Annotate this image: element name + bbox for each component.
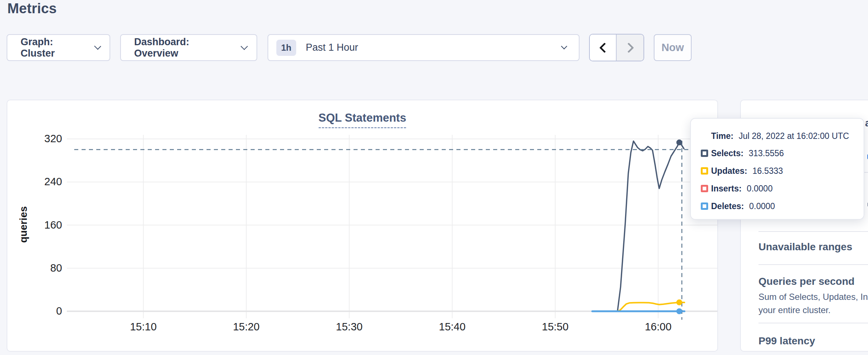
tooltip-series-label: Deletes: [711,201,744,211]
tooltip-time-row: Time: Jul 28, 2022 at 16:02:00 UTC [691,128,864,144]
sidebar-heading-p99-latency: P99 latency [758,335,815,347]
tooltip-series-value: 0.0000 [749,201,775,211]
divider [758,231,868,232]
tooltip-series-label: Inserts: [711,184,742,194]
tooltip-time-value: Jul 28, 2022 at 16:02:00 UTC [739,131,849,141]
sidebar-description-line: your entire cluster. [758,305,831,315]
sidebar-heading-unavailable-ranges: Unavailable ranges [758,241,852,253]
obscured-heading-fragment: a [865,117,868,129]
dashboard-dropdown[interactable]: Dashboard: Overview [120,34,257,61]
sidebar-heading-queries-per-second: Queries per second [758,276,854,287]
sql-statements-chart-card: SQL Statements queries 08016024032015:10… [7,100,718,352]
time-next-button[interactable] [617,35,643,61]
hover-dot-deletes [676,308,682,314]
sidebar-description-line: Sum of Selects, Updates, Inser [758,292,868,302]
tooltip-series-row: Selects: 313.5556 [691,144,864,162]
chevron-right-icon [623,42,634,53]
chevron-down-icon [94,43,101,50]
hover-dot-updates [676,300,682,305]
tooltip-series-row: Inserts: 0.0000 [691,180,864,197]
hover-dot-selects [676,140,682,146]
x-axis-tick-label: 15:40 [430,321,474,333]
graph-scope-dropdown-label: Graph: Cluster [21,36,86,59]
chart-tooltip: Time: Jul 28, 2022 at 16:02:00 UTC Selec… [690,118,864,220]
graph-scope-dropdown[interactable]: Graph: Cluster [7,34,110,61]
tooltip-series-row: Updates: 16.5333 [691,162,864,180]
tooltip-series-label: Updates: [711,166,747,176]
time-range-label: Past 1 Hour [306,42,562,53]
chevron-down-icon [561,43,567,49]
divider [758,323,868,323]
y-axis-tick-label: 320 [7,133,62,145]
chevron-left-icon [599,42,609,53]
x-axis-tick-label: 15:10 [121,321,165,333]
x-axis-tick-label: 15:20 [224,321,268,333]
time-step-button-group [589,34,644,61]
y-axis-tick-label: 80 [7,262,62,274]
selects-swatch-icon [701,150,708,157]
series-line-updates [592,302,685,311]
deletes-swatch-icon [701,202,708,210]
series-line-selects [592,141,684,311]
y-axis-tick-label: 160 [7,219,62,231]
tooltip-series-value: 0.0000 [747,184,772,194]
x-axis-tick-label: 16:00 [636,321,680,333]
y-axis-tick-label: 240 [7,176,62,188]
now-button[interactable]: Now [654,34,692,61]
tooltip-series-label: Selects: [711,148,743,158]
updates-swatch-icon [701,167,708,175]
inserts-swatch-icon [701,185,708,192]
time-prev-button[interactable] [590,35,617,61]
chart-plot-area[interactable] [7,100,719,352]
chevron-down-icon [241,43,248,50]
y-axis-tick-label: 0 [7,305,62,317]
tooltip-series-value: 313.5556 [749,148,784,158]
time-range-badge: 1h [276,40,296,56]
tooltip-series-row: Deletes: 0.0000 [691,197,864,215]
tooltip-time-label: Time: [711,131,734,141]
time-range-selector[interactable]: 1h Past 1 Hour [268,34,580,61]
dashboard-dropdown-label: Dashboard: Overview [134,36,232,59]
x-axis-tick-label: 15:30 [327,321,371,333]
page-title: Metrics [7,1,57,17]
x-axis-tick-label: 15:50 [533,321,577,333]
divider [758,264,868,265]
tooltip-series-value: 16.5333 [752,166,783,176]
